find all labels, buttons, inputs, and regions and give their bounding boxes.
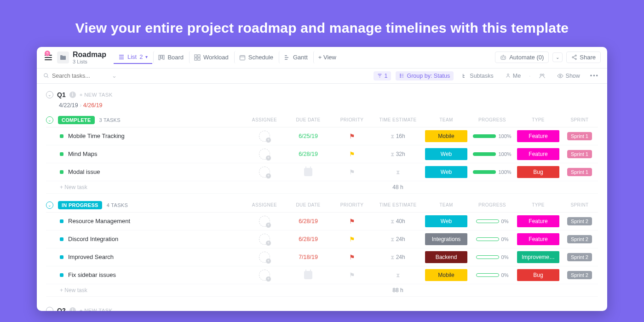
info-icon[interactable]: i [69, 92, 76, 98]
filter-pill[interactable]: 1 [374, 71, 391, 80]
section-q2-header[interactable]: ⌄ Q2 i + NEW TASK [37, 304, 607, 311]
calendar-icon[interactable] [304, 271, 312, 279]
due-date[interactable]: 7/18/19 [299, 254, 318, 260]
type-tag[interactable]: Feature [517, 215, 559, 227]
task-name[interactable]: Fix sidebar issues [68, 271, 116, 278]
groupby-pill[interactable]: Group by: Status [396, 71, 454, 80]
flag-icon[interactable]: ⚑ [349, 168, 355, 176]
progress[interactable]: 100% [473, 151, 511, 157]
time-estimate[interactable]: ⧗ 24h [391, 254, 405, 260]
collapse-icon[interactable]: ⌄ [46, 91, 53, 98]
type-tag[interactable]: Feature [517, 233, 559, 245]
search-box[interactable] [43, 73, 107, 79]
task-row[interactable]: Mobile Time Tracking 6/25/19 ⚑ ⧗ 16h Mob… [46, 127, 598, 145]
task-row[interactable]: Resource Management 6/28/19 ⚑ ⧗ 40h Web … [46, 213, 598, 230]
flag-icon[interactable]: ⚑ [349, 236, 355, 243]
view-tab-board[interactable]: Board [153, 51, 188, 63]
due-date[interactable]: 6/25/19 [299, 133, 318, 139]
team-tag[interactable]: Integrations [425, 233, 467, 245]
new-task-row[interactable]: + New task 88 h [46, 284, 598, 297]
team-tag[interactable]: Web [425, 166, 467, 178]
sprint-tag[interactable]: Sprint 2 [567, 271, 592, 279]
automate-button[interactable]: Automate (0) [495, 52, 549, 63]
team-tag[interactable]: Web [425, 148, 467, 160]
flag-icon[interactable]: ⚑ [349, 132, 355, 140]
hourglass-icon[interactable]: ⧗ [396, 169, 400, 175]
show-toggle[interactable]: Show [553, 71, 584, 80]
assignee-add[interactable] [259, 149, 270, 160]
sprint-tag[interactable]: Sprint 1 [567, 150, 592, 158]
view-tab-schedule[interactable]: Schedule [234, 51, 278, 63]
task-name[interactable]: Modal issue [68, 168, 100, 175]
flag-icon[interactable]: ⚑ [349, 271, 355, 279]
assignee-add[interactable] [259, 131, 270, 142]
sprint-tag[interactable]: Sprint 2 [567, 217, 592, 225]
share-button[interactable]: Share [566, 52, 601, 63]
team-tag[interactable]: Mobile [425, 269, 467, 281]
type-tag[interactable]: Feature [517, 148, 559, 160]
due-date[interactable]: 6/28/19 [299, 151, 318, 157]
hourglass-icon[interactable]: ⧗ [396, 272, 400, 278]
time-estimate[interactable]: ⧗ 32h [391, 151, 405, 157]
new-task-link[interactable]: + NEW TASK [80, 308, 113, 311]
task-row[interactable]: Improved Search 7/18/19 ⚑ ⧗ 24h Backend … [46, 248, 598, 266]
assignees-button[interactable] [535, 72, 549, 80]
type-tag[interactable]: Bug [517, 269, 559, 281]
progress[interactable]: 0% [476, 254, 509, 260]
team-tag[interactable]: Backend [425, 251, 467, 263]
view-tab-gantt[interactable]: Gantt [279, 51, 312, 63]
status-badge[interactable]: IN PROGRESS [58, 201, 102, 209]
automate-dropdown[interactable]: ⌄ [552, 52, 563, 62]
type-tag[interactable]: Improveme… [517, 251, 559, 263]
task-name[interactable]: Improved Search [68, 253, 114, 260]
view-tab-workload[interactable]: Workload [189, 51, 233, 63]
info-icon[interactable]: i [69, 307, 76, 311]
time-estimate[interactable]: ⧗ 24h [391, 236, 405, 242]
time-estimate[interactable]: ⧗ 40h [391, 218, 405, 224]
time-estimate[interactable]: ⧗ 16h [391, 133, 405, 139]
progress[interactable]: 100% [473, 169, 511, 175]
due-date[interactable]: 6/28/19 [299, 236, 318, 242]
status-badge[interactable]: COMPLETE [58, 116, 95, 124]
calendar-icon[interactable] [304, 168, 312, 176]
progress[interactable]: 0% [476, 218, 509, 224]
due-date[interactable]: 6/28/19 [299, 218, 318, 224]
flag-icon[interactable]: ⚑ [349, 150, 355, 158]
task-name[interactable]: Mind Maps [68, 150, 98, 157]
assignee-add[interactable] [259, 216, 270, 227]
me-toggle[interactable]: Me [502, 71, 524, 80]
task-row[interactable]: Mind Maps 6/28/19 ⚑ ⧗ 32h Web 100% Featu… [46, 145, 598, 163]
task-name[interactable]: Mobile Time Tracking [68, 132, 125, 139]
assignee-add[interactable] [259, 234, 270, 245]
flag-icon[interactable]: ⚑ [349, 218, 355, 225]
sprint-tag[interactable]: Sprint 2 [567, 253, 592, 261]
section-q1-header[interactable]: ⌄ Q1 i + NEW TASK [37, 88, 607, 101]
sprint-tag[interactable]: Sprint 1 [567, 168, 592, 176]
chevron-down-icon[interactable]: ⌄ [112, 72, 117, 79]
view-tab-list[interactable]: List 2 ▾ [114, 51, 152, 64]
new-task-row[interactable]: + New task 48 h [46, 181, 598, 194]
collapse-icon[interactable]: ⌄ [46, 201, 53, 209]
team-tag[interactable]: Web [425, 215, 467, 227]
subtasks-toggle[interactable]: Subtasks [458, 71, 497, 80]
view-tab-add[interactable]: + View [313, 51, 341, 63]
assignee-add[interactable] [259, 252, 270, 263]
assignee-add[interactable] [259, 270, 270, 281]
progress[interactable]: 100% [473, 133, 511, 139]
assignee-add[interactable] [259, 167, 270, 178]
collapse-icon[interactable]: ⌄ [46, 307, 53, 311]
collapse-icon[interactable]: ⌄ [46, 116, 53, 124]
task-row[interactable]: Modal issue ⚑ ⧗ Web 100% Bug Sprint 1 [46, 163, 598, 181]
task-row[interactable]: Discord Integration 6/28/19 ⚑ ⧗ 24h Inte… [46, 230, 598, 248]
flag-icon[interactable]: ⚑ [349, 253, 355, 261]
progress[interactable]: 0% [476, 236, 509, 242]
new-task-link[interactable]: + NEW TASK [80, 92, 113, 98]
type-tag[interactable]: Feature [517, 130, 559, 142]
menu-icon[interactable]: 5 [43, 52, 53, 63]
search-input[interactable] [52, 73, 107, 79]
type-tag[interactable]: Bug [517, 166, 559, 178]
sprint-tag[interactable]: Sprint 2 [567, 235, 592, 243]
sprint-tag[interactable]: Sprint 1 [567, 132, 592, 140]
more-icon[interactable]: ••• [588, 73, 601, 79]
task-name[interactable]: Resource Management [68, 218, 130, 224]
